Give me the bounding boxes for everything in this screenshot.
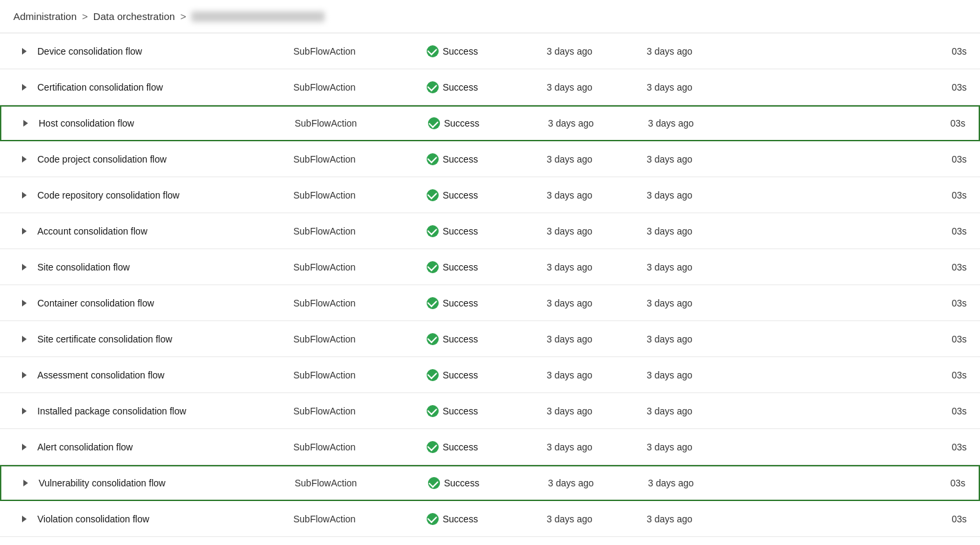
status-label: Success <box>443 190 478 201</box>
time1-col: 3 days ago <box>547 370 647 380</box>
table-row[interactable]: Account consolidation flow SubFlowAction… <box>0 213 980 249</box>
table-row[interactable]: Violation consolidation flow SubFlowActi… <box>0 501 980 537</box>
table-row[interactable]: Host consolidation flow SubFlowAction Su… <box>0 105 980 141</box>
table-row[interactable]: Device consolidation flow SubFlowAction … <box>0 33 980 69</box>
expand-icon[interactable] <box>16 439 32 455</box>
row-name-col: Site certificate consolidation flow <box>13 331 293 347</box>
time1-col: 3 days ago <box>547 514 647 524</box>
expand-icon[interactable] <box>17 475 33 491</box>
time1-col: 3 days ago <box>547 334 647 344</box>
expand-icon[interactable] <box>16 151 32 167</box>
time2-col: 3 days ago <box>647 406 747 416</box>
time2-col: 3 days ago <box>647 190 747 201</box>
flow-name-label: Vulnerability consolidation flow <box>39 478 165 488</box>
success-icon <box>427 45 439 57</box>
status-label: Success <box>443 154 478 165</box>
duration-col: 03s <box>747 442 967 452</box>
duration-col: 03s <box>747 262 967 272</box>
row-name-col: Violation consolidation flow <box>13 511 293 527</box>
expand-icon[interactable] <box>16 43 32 59</box>
flow-name-label: Account consolidation flow <box>37 226 147 237</box>
status-label: Success <box>444 478 479 488</box>
expand-icon[interactable] <box>16 187 32 203</box>
expand-icon[interactable] <box>16 223 32 239</box>
action-col: SubFlowAction <box>293 82 427 93</box>
status-label: Success <box>443 82 478 93</box>
status-label: Success <box>443 262 478 272</box>
table-container: Device consolidation flow SubFlowAction … <box>0 33 980 537</box>
action-col: SubFlowAction <box>293 154 427 165</box>
time2-col: 3 days ago <box>647 514 747 524</box>
status-col: Success <box>427 45 547 57</box>
breadcrumb-admin[interactable]: Administration <box>13 11 77 22</box>
row-name-col: Device consolidation flow <box>13 43 293 59</box>
breadcrumb-data-orch[interactable]: Data orchestration <box>93 11 175 22</box>
table-row[interactable]: Site certificate consolidation flow SubF… <box>0 321 980 357</box>
success-icon <box>427 333 439 345</box>
success-icon <box>427 81 439 93</box>
status-label: Success <box>443 298 478 308</box>
status-col: Success <box>428 477 548 489</box>
success-icon <box>427 297 439 309</box>
status-col: Success <box>428 117 548 129</box>
table-row[interactable]: Container consolidation flow SubFlowActi… <box>0 285 980 321</box>
time2-col: 3 days ago <box>647 442 747 452</box>
success-icon <box>427 261 439 273</box>
success-icon <box>428 117 440 129</box>
flow-name-label: Site consolidation flow <box>37 262 130 272</box>
flow-name-label: Assessment consolidation flow <box>37 370 165 380</box>
table-row[interactable]: Site consolidation flow SubFlowAction Su… <box>0 249 980 285</box>
time2-col: 3 days ago <box>647 154 747 165</box>
status-label: Success <box>444 118 479 129</box>
duration-col: 03s <box>748 118 965 129</box>
table-row[interactable]: Certification consolidation flow SubFlow… <box>0 69 980 105</box>
expand-icon[interactable] <box>16 403 32 419</box>
time2-col: 3 days ago <box>647 370 747 380</box>
table-row[interactable]: Assessment consolidation flow SubFlowAct… <box>0 357 980 393</box>
expand-icon[interactable] <box>16 79 32 95</box>
table-row[interactable]: Vulnerability consolidation flow SubFlow… <box>0 465 980 501</box>
time1-col: 3 days ago <box>547 190 647 201</box>
success-icon <box>427 225 439 237</box>
expand-icon[interactable] <box>16 331 32 347</box>
success-icon <box>427 441 439 453</box>
expand-icon[interactable] <box>17 115 33 131</box>
action-col: SubFlowAction <box>293 334 427 344</box>
table-row[interactable]: Installed package consolidation flow Sub… <box>0 393 980 429</box>
breadcrumb: Administration > Data orchestration > <box>0 0 980 33</box>
status-label: Success <box>443 442 478 452</box>
duration-col: 03s <box>747 154 967 165</box>
status-label: Success <box>443 370 478 380</box>
action-col: SubFlowAction <box>295 118 428 129</box>
row-name-col: Site consolidation flow <box>13 259 293 275</box>
success-icon <box>427 405 439 417</box>
flow-name-label: Code project consolidation flow <box>37 154 167 165</box>
status-label: Success <box>443 514 478 524</box>
table-row[interactable]: Alert consolidation flow SubFlowAction S… <box>0 429 980 465</box>
flow-name-label: Container consolidation flow <box>37 298 154 308</box>
row-name-col: Code repository consolidation flow <box>13 187 293 203</box>
duration-col: 03s <box>747 82 967 93</box>
success-icon <box>427 153 439 165</box>
success-icon <box>428 477 440 489</box>
table-row[interactable]: Code repository consolidation flow SubFl… <box>0 177 980 213</box>
action-col: SubFlowAction <box>293 514 427 524</box>
status-col: Success <box>427 297 547 309</box>
time2-col: 3 days ago <box>647 298 747 308</box>
action-col: SubFlowAction <box>293 442 427 452</box>
status-label: Success <box>443 226 478 237</box>
expand-icon[interactable] <box>16 367 32 383</box>
time1-col: 3 days ago <box>547 406 647 416</box>
table-row[interactable]: Code project consolidation flow SubFlowA… <box>0 141 980 177</box>
duration-col: 03s <box>747 298 967 308</box>
action-col: SubFlowAction <box>293 190 427 201</box>
status-col: Success <box>427 81 547 93</box>
expand-icon[interactable] <box>16 511 32 527</box>
breadcrumb-sep-1: > <box>82 11 88 22</box>
row-name-col: Account consolidation flow <box>13 223 293 239</box>
flow-name-label: Installed package consolidation flow <box>37 406 186 416</box>
expand-icon[interactable] <box>16 295 32 311</box>
action-col: SubFlowAction <box>293 406 427 416</box>
expand-icon[interactable] <box>16 259 32 275</box>
flow-name-label: Device consolidation flow <box>37 46 142 57</box>
